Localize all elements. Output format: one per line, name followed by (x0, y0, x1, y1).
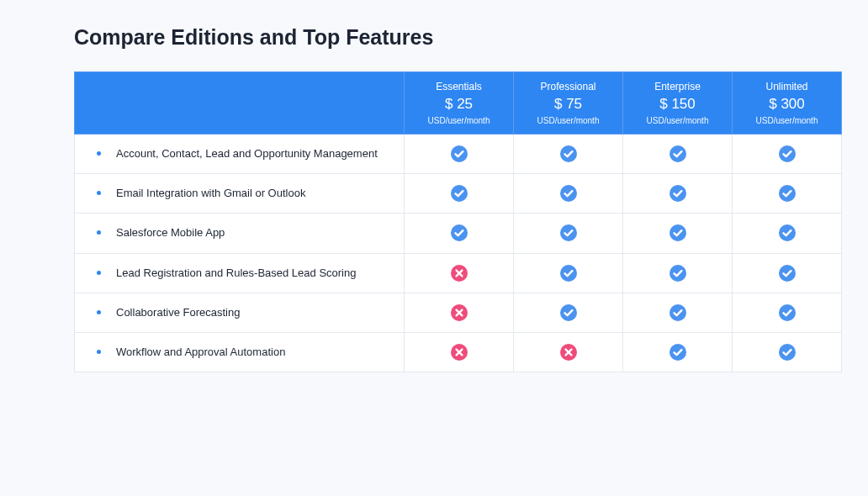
checkmark-icon (779, 265, 796, 282)
feature-cell: Workflow and Approval Automation (75, 332, 405, 372)
checkmark-icon (560, 145, 577, 162)
bullet-icon (97, 191, 101, 195)
table-row: Account, Contact, Lead and Opportunity M… (75, 135, 842, 174)
plan-price: $ 25 (408, 96, 510, 113)
mark-cell (405, 332, 514, 372)
mark-cell (405, 253, 514, 293)
mark-cell (514, 293, 623, 332)
svg-point-17 (560, 304, 577, 321)
mark-cell (623, 135, 733, 174)
feature-cell: Salesforce Mobile App (75, 214, 405, 253)
svg-point-4 (451, 185, 468, 202)
checkmark-icon (670, 224, 686, 241)
bullet-icon (97, 151, 101, 156)
svg-point-0 (451, 145, 468, 162)
svg-point-2 (670, 145, 686, 162)
feature-cell: Account, Contact, Lead and Opportunity M… (75, 135, 405, 174)
plan-name: Enterprise (627, 81, 728, 92)
mark-cell (733, 174, 842, 214)
checkmark-icon (779, 344, 796, 361)
cross-icon (451, 304, 468, 321)
mark-cell (733, 293, 842, 332)
plan-header-professional: Professional $ 75 USD/user/month (514, 72, 623, 135)
table-row: Salesforce Mobile App (75, 214, 842, 253)
svg-point-15 (779, 265, 796, 282)
feature-label: Account, Contact, Lead and Opportunity M… (116, 146, 378, 161)
plan-price: $ 150 (627, 96, 728, 113)
svg-point-23 (779, 344, 796, 361)
plan-name: Professional (517, 81, 619, 92)
feature-cell: Email Integration with Gmail or Outlook (75, 174, 405, 214)
svg-point-18 (670, 304, 686, 321)
checkmark-icon (779, 224, 796, 241)
svg-point-1 (560, 145, 577, 162)
mark-cell (514, 174, 623, 214)
checkmark-icon (779, 145, 796, 162)
checkmark-icon (451, 224, 468, 241)
feature-label: Salesforce Mobile App (116, 225, 225, 240)
svg-point-6 (670, 185, 686, 202)
svg-point-10 (670, 224, 686, 241)
mark-cell (623, 332, 733, 372)
mark-cell (514, 253, 623, 293)
cross-icon (451, 344, 468, 361)
feature-label: Workflow and Approval Automation (116, 345, 285, 360)
checkmark-icon (670, 265, 686, 282)
mark-cell (733, 253, 842, 293)
plan-unit: USD/user/month (408, 116, 510, 125)
plan-unit: USD/user/month (627, 116, 728, 125)
plan-unit: USD/user/month (736, 116, 838, 125)
feature-cell: Lead Registration and Rules-Based Lead S… (75, 253, 405, 293)
mark-cell (623, 253, 733, 293)
checkmark-icon (451, 185, 468, 202)
checkmark-icon (779, 304, 796, 321)
table-row: Lead Registration and Rules-Based Lead S… (75, 253, 842, 293)
bullet-icon (97, 350, 101, 354)
table-row: Email Integration with Gmail or Outlook (75, 174, 842, 214)
mark-cell (733, 135, 842, 174)
mark-cell (623, 214, 733, 253)
mark-cell (405, 293, 514, 332)
checkmark-icon (670, 304, 686, 321)
svg-point-22 (670, 344, 686, 361)
bullet-icon (97, 271, 101, 275)
mark-cell (405, 135, 514, 174)
svg-point-7 (779, 185, 796, 202)
checkmark-icon (451, 145, 468, 162)
cross-icon (560, 344, 577, 361)
checkmark-icon (560, 185, 577, 202)
mark-cell (514, 214, 623, 253)
plan-name: Unlimited (736, 81, 838, 92)
page-title: Compare Editions and Top Features (74, 25, 818, 50)
checkmark-icon (670, 185, 686, 202)
mark-cell (405, 214, 514, 253)
bullet-icon (97, 230, 101, 235)
mark-cell (514, 135, 623, 174)
comparison-table: Essentials $ 25 USD/user/month Professio… (74, 71, 842, 372)
svg-point-19 (779, 304, 796, 321)
mark-cell (733, 332, 842, 372)
table-row: Workflow and Approval Automation (75, 332, 842, 372)
svg-point-9 (560, 224, 577, 241)
plan-price: $ 300 (736, 96, 838, 113)
cross-icon (451, 265, 468, 282)
feature-cell: Collaborative Forecasting (75, 293, 405, 332)
feature-label: Collaborative Forecasting (116, 305, 240, 320)
svg-point-13 (560, 265, 577, 282)
svg-point-14 (670, 265, 686, 282)
checkmark-icon (670, 145, 686, 162)
plan-header-essentials: Essentials $ 25 USD/user/month (405, 72, 514, 135)
checkmark-icon (779, 185, 796, 202)
table-header-row: Essentials $ 25 USD/user/month Professio… (75, 72, 842, 135)
checkmark-icon (670, 344, 686, 361)
table-row: Collaborative Forecasting (75, 293, 842, 332)
feature-label: Email Integration with Gmail or Outlook (116, 186, 305, 201)
checkmark-icon (560, 265, 577, 282)
mark-cell (623, 174, 733, 214)
svg-point-3 (779, 145, 796, 162)
svg-point-11 (779, 224, 796, 241)
svg-point-5 (560, 185, 577, 202)
checkmark-icon (560, 304, 577, 321)
checkmark-icon (560, 224, 577, 241)
bullet-icon (97, 310, 101, 314)
